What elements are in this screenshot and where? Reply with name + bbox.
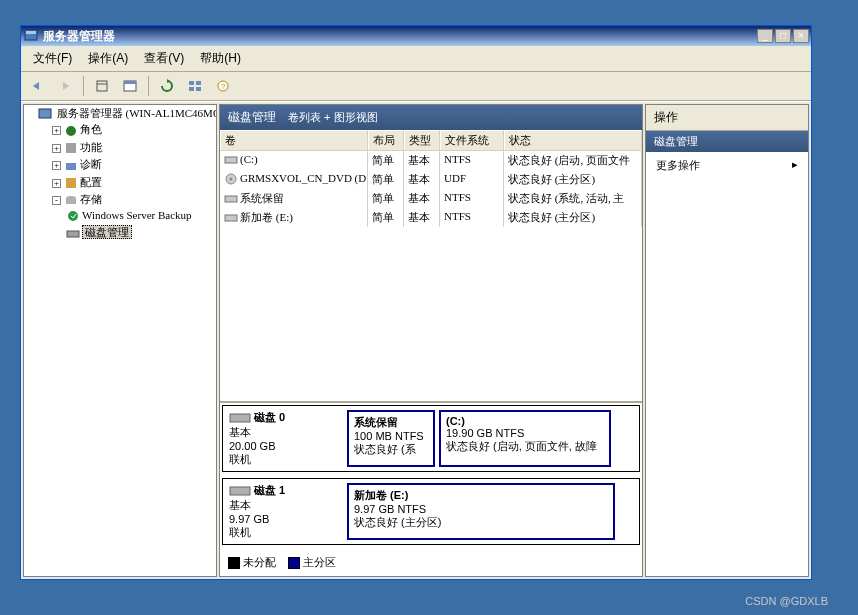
- disk-map: 磁盘 0基本20.00 GB联机系统保留100 MB NTFS状态良好 (系(C…: [222, 405, 640, 472]
- col-layout[interactable]: 布局: [368, 130, 404, 150]
- svg-rect-8: [189, 87, 194, 91]
- legend-unallocated: 未分配: [228, 555, 276, 570]
- menu-action[interactable]: 操作(A): [82, 48, 134, 69]
- menubar: 文件(F) 操作(A) 查看(V) 帮助(H): [21, 46, 811, 72]
- collapse-icon[interactable]: -: [52, 196, 61, 205]
- svg-rect-15: [66, 163, 76, 170]
- svg-rect-20: [67, 231, 79, 237]
- tree-features[interactable]: +功能: [52, 139, 216, 156]
- tree-storage[interactable]: -存储 Windows Server Backup 磁盘管理: [52, 191, 216, 242]
- actions-more[interactable]: 更多操作 ▸: [646, 152, 808, 179]
- svg-point-19: [68, 211, 78, 221]
- storage-icon: [64, 194, 78, 208]
- col-fs[interactable]: 文件系统: [440, 130, 504, 150]
- col-status[interactable]: 状态: [504, 130, 642, 150]
- volume-list: 卷 布局 类型 文件系统 状态 (C:)简单基本NTFS状态良好 (启动, 页面…: [220, 130, 642, 401]
- app-window: 服务器管理器 _ □ × 文件(F) 操作(A) 查看(V) 帮助(H) ? 服…: [20, 25, 812, 580]
- app-icon: [23, 28, 39, 44]
- svg-rect-2: [97, 81, 107, 91]
- volume-icon: [224, 173, 238, 185]
- tree-diagnostics[interactable]: +诊断: [52, 156, 216, 173]
- svg-point-13: [66, 126, 76, 136]
- legend: 未分配 主分区: [222, 551, 640, 574]
- maximize-button[interactable]: □: [775, 29, 791, 43]
- svg-point-23: [230, 178, 233, 181]
- col-type[interactable]: 类型: [404, 130, 440, 150]
- volume-icon: [224, 154, 238, 166]
- menu-view[interactable]: 查看(V): [138, 48, 190, 69]
- titlebar: 服务器管理器 _ □ ×: [21, 26, 811, 46]
- svg-rect-27: [230, 487, 250, 495]
- roles-icon: [64, 124, 78, 138]
- server-icon: [38, 107, 52, 121]
- window-title: 服务器管理器: [43, 28, 757, 45]
- tree-root[interactable]: 服务器管理器 (WIN-AL1MC46MQS) +角色 +功能 +诊断 +配置 …: [38, 105, 216, 244]
- actions-subheader: 磁盘管理: [646, 131, 808, 152]
- svg-rect-26: [230, 414, 250, 422]
- disk-meta[interactable]: 磁盘 0基本20.00 GB联机: [223, 406, 343, 471]
- volume-row[interactable]: 新加卷 (E:)简单基本NTFS状态良好 (主分区): [220, 208, 642, 227]
- disk-meta[interactable]: 磁盘 1基本9.97 GB联机: [223, 479, 343, 544]
- svg-text:?: ?: [221, 82, 226, 91]
- tree-root-label: 服务器管理器: [57, 107, 123, 119]
- disk-icon: [229, 485, 251, 497]
- expand-icon[interactable]: +: [52, 126, 61, 135]
- window-buttons: _ □ ×: [757, 29, 809, 43]
- expand-icon[interactable]: +: [52, 179, 61, 188]
- svg-rect-25: [225, 215, 237, 221]
- content-area: 服务器管理器 (WIN-AL1MC46MQS) +角色 +功能 +诊断 +配置 …: [21, 101, 811, 579]
- expand-icon[interactable]: +: [52, 144, 61, 153]
- col-volume[interactable]: 卷: [220, 130, 368, 150]
- main-panel: 磁盘管理 卷列表 + 图形视图 卷 布局 类型 文件系统 状态 (C:)简单基本…: [219, 104, 643, 577]
- watermark: CSDN @GDXLB: [745, 595, 828, 605]
- main-header: 磁盘管理 卷列表 + 图形视图: [220, 105, 642, 130]
- expand-icon[interactable]: +: [52, 161, 61, 170]
- disk-icon: [66, 227, 80, 241]
- svg-rect-24: [225, 196, 237, 202]
- volumes-panel: 磁盘管理 卷列表 + 图形视图 卷 布局 类型 文件系统 状态 (C:)简单基本…: [219, 104, 643, 577]
- forward-button[interactable]: [53, 75, 77, 97]
- separator: [148, 76, 149, 96]
- volume-row[interactable]: 系统保留简单基本NTFS状态良好 (系统, 活动, 主: [220, 189, 642, 208]
- tree-roles[interactable]: +角色: [52, 121, 216, 138]
- view-button[interactable]: [183, 75, 207, 97]
- actions-panel: 操作 磁盘管理 更多操作 ▸: [645, 104, 809, 577]
- svg-rect-18: [66, 198, 76, 204]
- legend-primary: 主分区: [288, 555, 336, 570]
- disk-graphic-area: 磁盘 0基本20.00 GB联机系统保留100 MB NTFS状态良好 (系(C…: [220, 401, 642, 576]
- disk-icon: [229, 412, 251, 424]
- tree-host-label: (WIN-AL1MC46MQS): [126, 107, 218, 119]
- partition[interactable]: 新加卷 (E:)9.97 GB NTFS状态良好 (主分区): [347, 483, 615, 540]
- backup-icon: [66, 209, 80, 223]
- refresh-button[interactable]: [155, 75, 179, 97]
- partitions: 系统保留100 MB NTFS状态良好 (系(C:)19.90 GB NTFS状…: [343, 406, 639, 471]
- menu-file[interactable]: 文件(F): [27, 48, 78, 69]
- close-button[interactable]: ×: [793, 29, 809, 43]
- help-button[interactable]: ?: [211, 75, 235, 97]
- tree-panel: 服务器管理器 (WIN-AL1MC46MQS) +角色 +功能 +诊断 +配置 …: [23, 104, 217, 577]
- config-icon: [64, 176, 78, 190]
- tree-diskmgmt[interactable]: 磁盘管理: [66, 224, 216, 241]
- svg-rect-14: [66, 143, 76, 153]
- toolbar: ?: [21, 72, 811, 101]
- volume-header: 卷 布局 类型 文件系统 状态: [220, 130, 642, 151]
- partition[interactable]: 系统保留100 MB NTFS状态良好 (系: [347, 410, 435, 467]
- svg-rect-5: [124, 81, 136, 84]
- properties-button[interactable]: [90, 75, 114, 97]
- tree-backup[interactable]: Windows Server Backup: [66, 208, 216, 224]
- volume-row[interactable]: GRMSXVOL_CN_DVD (D:)简单基本UDF状态良好 (主分区): [220, 170, 642, 189]
- minimize-button[interactable]: _: [757, 29, 773, 43]
- diagnostics-icon: [64, 159, 78, 173]
- back-button[interactable]: [25, 75, 49, 97]
- svg-rect-7: [196, 81, 201, 85]
- volume-row[interactable]: (C:)简单基本NTFS状态良好 (启动, 页面文件: [220, 151, 642, 170]
- partition[interactable]: (C:)19.90 GB NTFS状态良好 (启动, 页面文件, 故障: [439, 410, 611, 467]
- console-button[interactable]: [118, 75, 142, 97]
- chevron-right-icon: ▸: [792, 158, 798, 173]
- menu-help[interactable]: 帮助(H): [194, 48, 247, 69]
- tree-config[interactable]: +配置: [52, 174, 216, 191]
- svg-rect-6: [189, 81, 194, 85]
- volume-icon: [224, 193, 238, 205]
- features-icon: [64, 141, 78, 155]
- svg-rect-21: [225, 157, 237, 163]
